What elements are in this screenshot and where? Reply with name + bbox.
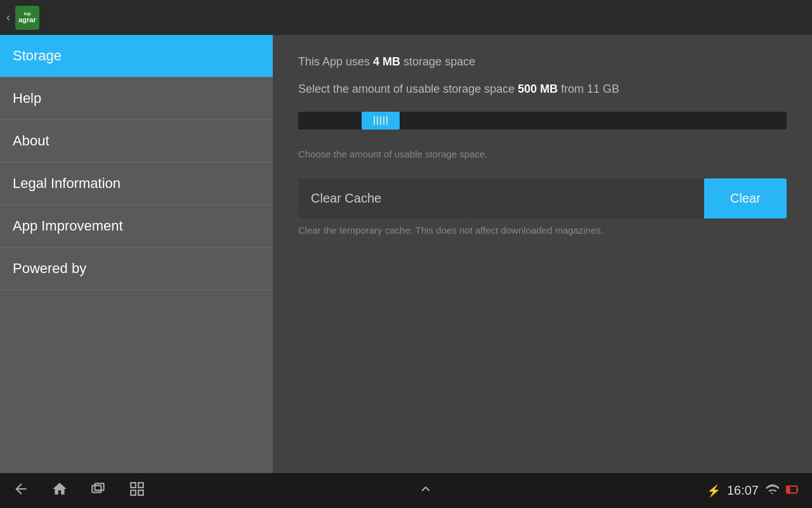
- svg-rect-1: [95, 483, 104, 490]
- slider-thumb-line-2: [377, 116, 378, 125]
- storage-select-suffix: from 11 GB: [558, 83, 619, 95]
- sidebar-item-storage[interactable]: Storage: [0, 35, 273, 77]
- slider-container[interactable]: [298, 112, 787, 130]
- clear-cache-section: Clear Cache Clear Clear the temporary ca…: [298, 178, 787, 236]
- clear-cache-label: Clear Cache: [298, 178, 704, 218]
- slider-hint: Choose the amount of usable storage spac…: [298, 149, 787, 159]
- svg-rect-7: [787, 486, 790, 492]
- slider-thumb-line-4: [383, 116, 384, 125]
- sidebar-item-legal-information[interactable]: Legal Information: [0, 163, 273, 205]
- wifi-icon: [765, 483, 779, 499]
- app-logo: top agrar: [15, 6, 39, 30]
- storage-select-row: Select the amount of usable storage spac…: [298, 83, 787, 96]
- home-nav-icon[interactable]: [51, 481, 68, 501]
- svg-rect-5: [138, 490, 143, 495]
- sidebar-item-about[interactable]: About: [0, 120, 273, 163]
- storage-amount-highlight: 500 MB: [518, 83, 558, 95]
- svg-rect-2: [131, 483, 136, 488]
- usb-icon: ⚡: [707, 484, 721, 498]
- storage-info: This App uses 4 MB storage space: [298, 54, 787, 70]
- back-button[interactable]: ‹: [6, 11, 10, 24]
- storage-select-prefix: Select the amount of usable storage spac…: [298, 83, 518, 95]
- status-time: 16:07: [727, 483, 759, 498]
- storage-size-highlight: 4 MB: [373, 55, 400, 68]
- bottom-nav-left: [13, 481, 145, 501]
- up-chevron-icon[interactable]: [417, 481, 434, 501]
- sidebar-item-app-improvement[interactable]: App Improvement: [0, 205, 273, 248]
- slider-thumb-line-5: [386, 116, 388, 125]
- slider-fill: [298, 112, 362, 130]
- bottom-nav-right: ⚡ 16:07: [707, 483, 799, 499]
- main-content: Storage Help About Legal Information App…: [0, 35, 812, 473]
- battery-icon: [785, 483, 799, 499]
- content-area: This App uses 4 MB storage space Select …: [273, 35, 812, 473]
- svg-rect-4: [131, 490, 136, 495]
- bottom-bar: ⚡ 16:07: [0, 473, 812, 508]
- clear-cache-hint: Clear the temporary cache. This does not…: [298, 225, 787, 236]
- slider-track[interactable]: [298, 112, 787, 130]
- storage-info-prefix: This App uses: [298, 55, 373, 68]
- bottom-nav-center: [417, 481, 434, 501]
- sidebar-item-help[interactable]: Help: [0, 77, 273, 120]
- sidebar: Storage Help About Legal Information App…: [0, 35, 273, 473]
- back-nav-icon[interactable]: [13, 481, 29, 501]
- slider-thumb-line-3: [380, 116, 381, 125]
- sidebar-item-powered-by[interactable]: Powered by: [0, 248, 273, 290]
- svg-rect-8: [797, 488, 798, 491]
- logo-bottom-text: agrar: [18, 16, 36, 23]
- recents-nav-icon[interactable]: [90, 481, 107, 501]
- svg-rect-0: [92, 485, 101, 492]
- slider-thumb-line-1: [374, 116, 375, 125]
- clear-cache-row: Clear Cache Clear: [298, 178, 787, 218]
- top-bar: ‹ top agrar: [0, 0, 812, 35]
- logo-top-text: top: [24, 11, 31, 17]
- slider-thumb-lines: [374, 116, 388, 125]
- svg-rect-3: [138, 483, 143, 488]
- screenshot-nav-icon[interactable]: [129, 481, 145, 501]
- clear-cache-button[interactable]: Clear: [704, 178, 787, 218]
- slider-thumb[interactable]: [362, 112, 400, 130]
- storage-info-suffix: storage space: [400, 55, 475, 68]
